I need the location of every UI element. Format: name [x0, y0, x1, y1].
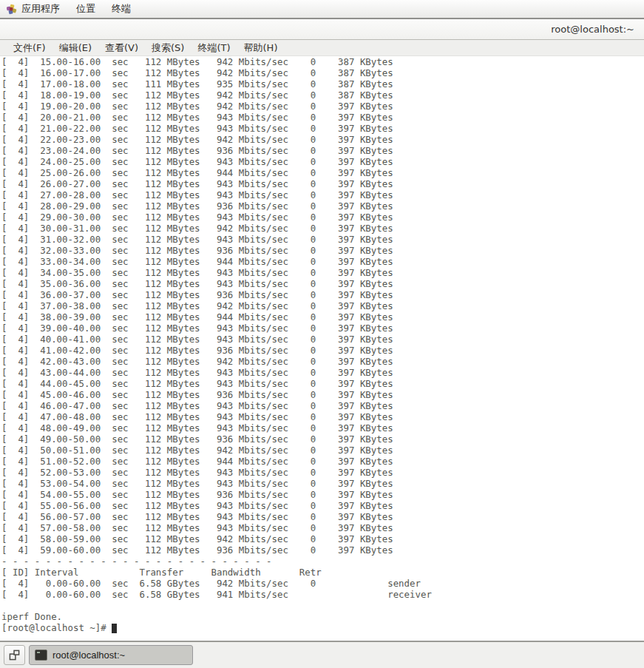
terminal-line: [ 4] 45.00-46.00 sec 112 MBytes 936 Mbit… [1, 389, 644, 400]
terminal-line: [ 4] 50.00-51.00 sec 112 MBytes 942 Mbit… [1, 445, 644, 456]
terminal-line: [ 4] 51.00-52.00 sec 112 MBytes 944 Mbit… [1, 456, 644, 467]
terminal-line: [ 4] 46.00-47.00 sec 112 MBytes 943 Mbit… [1, 400, 644, 411]
menubar-item-file[interactable]: 文件(F) [7, 40, 52, 55]
panel-terminal-menu[interactable]: 终端 [104, 0, 139, 18]
terminal-prompt-text: [root@localhost ~]# [1, 622, 112, 633]
terminal-line: [ 4] 30.00-31.00 sec 112 MBytes 942 Mbit… [1, 223, 644, 234]
terminal-summary-line: [ 4] 0.00-60.00 sec 6.58 GBytes 941 Mbit… [1, 589, 644, 600]
applications-menu-label: 应用程序 [21, 2, 60, 16]
terminal-line: [ 4] 56.00-57.00 sec 112 MBytes 943 Mbit… [1, 511, 644, 522]
terminal-line: [ 4] 15.00-16.00 sec 112 MBytes 942 Mbit… [1, 56, 644, 67]
places-menu[interactable]: 位置 [68, 0, 104, 18]
terminal-line: [ 4] 24.00-25.00 sec 112 MBytes 943 Mbit… [1, 156, 644, 167]
terminal-screen[interactable]: [ 4] 15.00-16.00 sec 112 MBytes 942 Mbit… [0, 56, 644, 641]
terminal-line: [ 4] 43.00-44.00 sec 112 MBytes 943 Mbit… [1, 367, 644, 378]
top-panel: 应用程序 位置 终端 [0, 0, 644, 19]
terminal-line: [ 4] 17.00-18.00 sec 111 MBytes 935 Mbit… [1, 78, 644, 90]
terminal-line: [ 4] 19.00-20.00 sec 112 MBytes 942 Mbit… [1, 101, 644, 112]
terminal-line: [ 4] 28.00-29.00 sec 112 MBytes 936 Mbit… [1, 200, 644, 212]
terminal-line: [ 4] 23.00-24.00 sec 112 MBytes 936 Mbit… [1, 145, 644, 156]
terminal-line: [ 4] 36.00-37.00 sec 112 MBytes 936 Mbit… [1, 289, 644, 300]
terminal-line: [ 4] 54.00-55.00 sec 112 MBytes 936 Mbit… [1, 489, 644, 500]
terminal-line: [ 4] 41.00-42.00 sec 112 MBytes 936 Mbit… [1, 345, 644, 356]
window-list-icon [9, 650, 20, 661]
terminal-line: [ 4] 44.00-45.00 sec 112 MBytes 943 Mbit… [1, 378, 644, 389]
terminal-line: [ 4] 16.00-17.00 sec 112 MBytes 942 Mbit… [1, 67, 644, 78]
terminal-line: [ 4] 53.00-54.00 sec 112 MBytes 943 Mbit… [1, 478, 644, 489]
taskbar-window-label: root@localhost:~ [52, 650, 125, 661]
terminal-line: [ 4] 35.00-36.00 sec 112 MBytes 943 Mbit… [1, 278, 644, 289]
terminal-summary-line: [ 4] 0.00-60.00 sec 6.58 GBytes 942 Mbit… [1, 578, 644, 589]
terminal-icon [35, 650, 47, 661]
terminal-line: [ 4] 33.00-34.00 sec 112 MBytes 944 Mbit… [1, 256, 644, 267]
terminal-line: [ 4] 42.00-43.00 sec 112 MBytes 942 Mbit… [1, 356, 644, 367]
terminal-line: [ 4] 57.00-58.00 sec 112 MBytes 943 Mbit… [1, 522, 644, 533]
terminal-line: [ 4] 20.00-21.00 sec 112 MBytes 943 Mbit… [1, 112, 644, 123]
terminal-line: [ 4] 27.00-28.00 sec 112 MBytes 943 Mbit… [1, 189, 644, 200]
terminal-line: [ 4] 52.00-53.00 sec 112 MBytes 943 Mbit… [1, 467, 644, 478]
menubar-item-edit[interactable]: 编辑(E) [52, 40, 98, 55]
terminal-line: [ 4] 25.00-26.00 sec 112 MBytes 944 Mbit… [1, 167, 644, 178]
desktop: 应用程序 位置 终端 root@localhost:~ 文件(F)编辑(E)查看… [0, 0, 644, 668]
terminal-line: [ 4] 26.00-27.00 sec 112 MBytes 943 Mbit… [1, 178, 644, 189]
menubar-item-help[interactable]: 帮助(H) [237, 40, 285, 55]
terminal-line: [ 4] 39.00-40.00 sec 112 MBytes 943 Mbit… [1, 323, 644, 334]
terminal-line: [ 4] 21.00-22.00 sec 112 MBytes 943 Mbit… [1, 123, 644, 134]
window-list-button[interactable] [4, 645, 25, 665]
terminal-line: [ 4] 32.00-33.00 sec 112 MBytes 936 Mbit… [1, 245, 644, 256]
terminal-line: [ 4] 22.00-23.00 sec 112 MBytes 942 Mbit… [1, 134, 644, 145]
menubar-item-terminal[interactable]: 终端(T) [191, 40, 237, 55]
taskbar: root@localhost:~ [0, 641, 644, 668]
terminal-done-line: iperf Done. [1, 611, 644, 622]
menubar-item-view[interactable]: 查看(V) [98, 40, 145, 55]
terminal-line: [ 4] 37.00-38.00 sec 112 MBytes 942 Mbit… [1, 300, 644, 311]
panel-terminal-menu-label: 终端 [112, 2, 131, 16]
terminal-summary-header: [ ID] Interval Transfer Bandwidth Retr [1, 567, 644, 578]
terminal-line: [ 4] 58.00-59.00 sec 112 MBytes 942 Mbit… [1, 533, 644, 544]
terminal-line: [ 4] 29.00-30.00 sec 112 MBytes 943 Mbit… [1, 212, 644, 223]
taskbar-window-button[interactable]: root@localhost:~ [29, 645, 193, 665]
applications-icon [6, 4, 17, 15]
terminal-blank-line [1, 600, 644, 611]
window-title: root@localhost:~ [551, 24, 634, 35]
terminal-line: [ 4] 34.00-35.00 sec 112 MBytes 943 Mbit… [1, 267, 644, 278]
terminal-menubar: 文件(F)编辑(E)查看(V)搜索(S)终端(T)帮助(H) [0, 40, 644, 56]
window-title-bar[interactable]: root@localhost:~ [0, 19, 644, 40]
terminal-line: [ 4] 47.00-48.00 sec 112 MBytes 943 Mbit… [1, 411, 644, 422]
terminal-prompt: [root@localhost ~]# [1, 622, 644, 633]
terminal-line: [ 4] 59.00-60.00 sec 112 MBytes 936 Mbit… [1, 544, 644, 556]
terminal-line: [ 4] 55.00-56.00 sec 112 MBytes 943 Mbit… [1, 500, 644, 511]
menubar-item-search[interactable]: 搜索(S) [145, 40, 191, 55]
terminal-line: [ 4] 38.00-39.00 sec 112 MBytes 944 Mbit… [1, 311, 644, 323]
terminal-line: [ 4] 31.00-32.00 sec 112 MBytes 943 Mbit… [1, 234, 644, 245]
terminal-cursor [112, 624, 117, 633]
terminal-line: [ 4] 49.00-50.00 sec 112 MBytes 936 Mbit… [1, 433, 644, 445]
terminal-line: [ 4] 18.00-19.00 sec 112 MBytes 942 Mbit… [1, 90, 644, 101]
terminal-line: [ 4] 40.00-41.00 sec 112 MBytes 943 Mbit… [1, 334, 644, 345]
terminal-separator-line: - - - - - - - - - - - - - - - - - - - - … [1, 556, 644, 567]
applications-menu[interactable]: 应用程序 [4, 0, 68, 18]
terminal-line: [ 4] 48.00-49.00 sec 112 MBytes 943 Mbit… [1, 422, 644, 433]
places-menu-label: 位置 [76, 2, 95, 16]
